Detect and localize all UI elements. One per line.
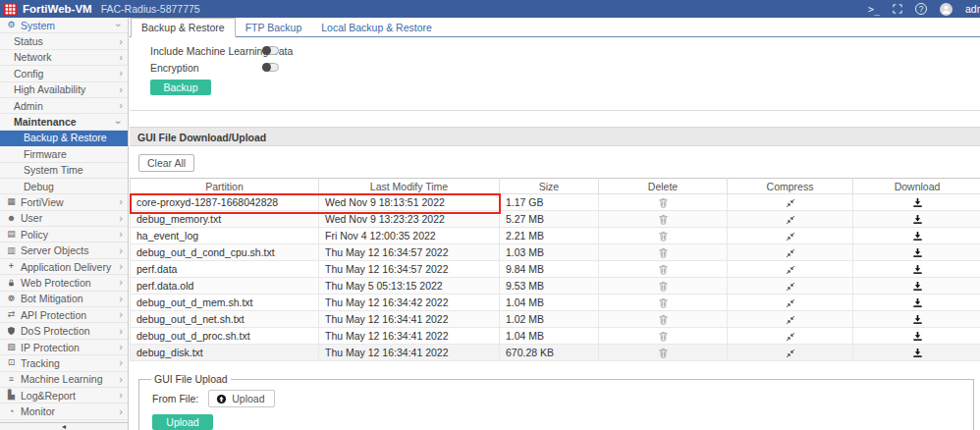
- sidebar-item-dos-protection[interactable]: DoS Protection›: [0, 323, 128, 339]
- delete-button[interactable]: [599, 211, 728, 228]
- server-objects-icon: ▥: [5, 246, 18, 255]
- last-modify-cell: Thu May 12 16:34:57 2022: [319, 244, 500, 261]
- sidebar-item-api-protection[interactable]: ⇄API Protection›: [0, 307, 128, 323]
- file-chooser-button[interactable]: Upload: [208, 390, 274, 407]
- sidebar-item-fortiview[interactable]: ▦FortiView›: [0, 194, 128, 210]
- chevron-right-icon: ›: [119, 213, 123, 224]
- sidebar-item-debug[interactable]: Debug: [0, 179, 128, 194]
- backup-button[interactable]: Backup: [150, 80, 211, 95]
- sidebar-item-config[interactable]: Config›: [0, 66, 128, 81]
- sidebar-item-system[interactable]: ⚙System›: [0, 18, 128, 33]
- sidebar-item-web-protection[interactable]: Web Protection›: [0, 275, 128, 291]
- compress-button[interactable]: [728, 261, 853, 278]
- partition-cell: debug_out_d_net.sh.txt: [131, 311, 319, 328]
- sidebar-item-label: Tracking: [21, 357, 60, 369]
- compress-button[interactable]: [728, 328, 853, 345]
- sidebar-item-label: User: [21, 212, 42, 224]
- download-button[interactable]: [853, 228, 980, 244]
- sidebar-item-firmware[interactable]: Firmware: [0, 146, 128, 162]
- monitor-icon: ◔: [5, 407, 18, 416]
- chevron-down-icon: ›: [114, 120, 125, 124]
- upload-button[interactable]: Upload: [152, 414, 213, 430]
- col-header-compress: Compress: [728, 179, 853, 194]
- download-button[interactable]: [853, 211, 980, 228]
- sidebar-item-machine-learning[interactable]: ≡Machine Learning›: [0, 372, 128, 388]
- size-cell: 1.04 MB: [500, 328, 599, 345]
- sidebar-item-ip-protection[interactable]: ▧IP Protection›: [0, 340, 128, 355]
- download-button[interactable]: [853, 311, 980, 328]
- compress-button[interactable]: [728, 345, 853, 361]
- gui-file-upload-fieldset: GUI File Upload From File: Upload Upload: [138, 373, 974, 430]
- help-icon[interactable]: ?: [915, 3, 927, 15]
- compress-button[interactable]: [728, 295, 853, 311]
- compress-button[interactable]: [728, 194, 853, 211]
- compress-button[interactable]: [728, 244, 853, 261]
- delete-button[interactable]: [599, 261, 728, 278]
- file-table: Partition Last Modify Time Size Delete C…: [130, 178, 980, 361]
- last-modify-cell: Thu May 12 16:34:42 2022: [319, 295, 500, 311]
- delete-button[interactable]: [599, 328, 728, 345]
- sidebar-item-log-report[interactable]: ▙Log&Report›: [0, 388, 128, 403]
- sidebar-item-high-availability[interactable]: High Availability›: [0, 82, 128, 98]
- partition-cell: debug_out_d_cond_cpu.sh.txt: [131, 244, 319, 261]
- download-button[interactable]: [853, 244, 980, 261]
- sidebar-item-system-time[interactable]: System Time: [0, 163, 128, 179]
- sidebar-item-status[interactable]: Status›: [0, 33, 128, 49]
- cli-console-icon[interactable]: >_: [868, 4, 880, 15]
- delete-button[interactable]: [599, 311, 728, 328]
- sidebar-item-bot-mitigation[interactable]: ☸Bot Mitigation›: [0, 292, 128, 307]
- delete-button[interactable]: [599, 244, 728, 261]
- partition-cell: debug_memory.txt: [131, 211, 319, 228]
- sidebar-item-network[interactable]: Network›: [0, 50, 128, 66]
- include-ml-data-toggle[interactable]: [262, 46, 279, 55]
- compress-button[interactable]: [728, 211, 853, 228]
- tab-backup-restore[interactable]: Backup & Restore: [131, 18, 236, 37]
- last-modify-cell: Wed Nov 9 18:13:51 2022: [319, 194, 500, 211]
- sidebar-item-label: Log&Report: [21, 390, 76, 402]
- tab-local-backup-restore[interactable]: Local Backup & Restore: [311, 19, 442, 36]
- download-button[interactable]: [853, 295, 980, 311]
- ip-protection-icon: ▧: [5, 343, 18, 351]
- avatar[interactable]: [940, 3, 953, 16]
- username-label: admin: [965, 3, 980, 15]
- clear-all-button[interactable]: Clear All: [138, 154, 194, 172]
- tab-ftp-backup[interactable]: FTP Backup: [236, 19, 312, 36]
- bot-mitigation-icon: ☸: [5, 295, 18, 303]
- compress-button[interactable]: [728, 228, 853, 244]
- delete-button[interactable]: [599, 228, 728, 244]
- chevron-right-icon: ›: [119, 36, 123, 47]
- download-button[interactable]: [853, 345, 980, 361]
- sidebar: ⚙System› Status› Network› Config› High A…: [0, 18, 129, 430]
- download-button[interactable]: [853, 278, 980, 295]
- sidebar-collapse-button[interactable]: ◂: [0, 422, 128, 430]
- size-cell: 1.02 MB: [500, 311, 599, 328]
- fullscreen-icon[interactable]: [893, 4, 902, 14]
- sidebar-item-admin[interactable]: Admin›: [0, 98, 128, 114]
- log-report-icon: ▙: [5, 391, 18, 400]
- sidebar-item-monitor[interactable]: ◔Monitor›: [0, 403, 128, 419]
- delete-button[interactable]: [599, 278, 728, 295]
- last-modify-cell: Wed Nov 9 13:23:23 2022: [319, 211, 500, 228]
- sidebar-item-application-delivery[interactable]: +Application Delivery›: [0, 259, 128, 275]
- compress-button[interactable]: [728, 311, 853, 328]
- table-row: debug_out_d_mem.sh.txtThu May 12 16:34:4…: [131, 295, 980, 311]
- partition-cell: debug_out_d_proc.sh.txt: [131, 328, 319, 345]
- sidebar-item-label: Monitor: [21, 405, 55, 417]
- download-button[interactable]: [853, 328, 980, 345]
- sidebar-item-backup-restore[interactable]: Backup & Restore: [0, 131, 128, 146]
- sidebar-item-user[interactable]: ☻User›: [0, 211, 128, 227]
- download-button[interactable]: [853, 194, 980, 211]
- delete-button[interactable]: [599, 345, 728, 361]
- lock-icon: [5, 278, 18, 288]
- encryption-toggle[interactable]: [262, 63, 279, 72]
- sidebar-item-label: Admin: [14, 100, 43, 112]
- download-button[interactable]: [853, 261, 980, 278]
- sidebar-item-maintenance[interactable]: Maintenance›: [0, 114, 128, 130]
- delete-button[interactable]: [599, 295, 728, 311]
- application-delivery-icon: +: [5, 262, 18, 271]
- sidebar-item-policy[interactable]: ▤Policy›: [0, 227, 128, 242]
- compress-button[interactable]: [728, 278, 853, 295]
- delete-button[interactable]: [599, 194, 728, 211]
- sidebar-item-tracking[interactable]: ⊡Tracking›: [0, 355, 128, 371]
- sidebar-item-server-objects[interactable]: ▥Server Objects›: [0, 242, 128, 258]
